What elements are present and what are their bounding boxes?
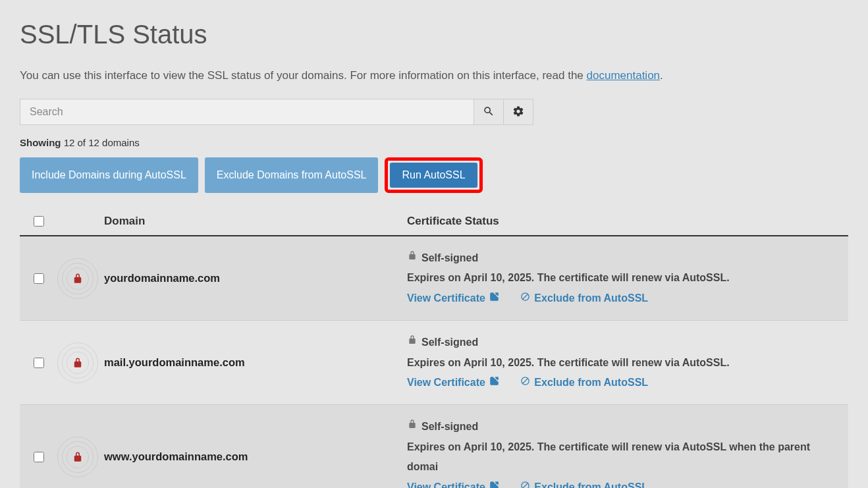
prohibit-icon bbox=[520, 477, 530, 488]
include-domains-button[interactable]: Include Domains during AutoSSL bbox=[20, 157, 198, 193]
run-autossl-button[interactable]: Run AutoSSL bbox=[390, 163, 477, 188]
domain-name: mail.yourdomainname.com bbox=[104, 356, 245, 368]
cert-status-detail: Expires on April 10, 2025. The certifica… bbox=[407, 437, 843, 477]
exclude-from-autossl-link[interactable]: Exclude from AutoSSL bbox=[520, 288, 648, 308]
table-header: Domain Certificate Status bbox=[20, 207, 848, 236]
documentation-link[interactable]: documentation bbox=[587, 69, 661, 82]
column-header-status: Certificate Status bbox=[407, 215, 843, 228]
cert-status-detail: Expires on April 10, 2025. The certifica… bbox=[407, 353, 843, 373]
domain-table: Domain Certificate Status yourdomainname… bbox=[20, 207, 848, 488]
showing-strong: Showing bbox=[20, 137, 61, 148]
showing-label: Showing 12 of 12 domains bbox=[20, 137, 848, 148]
table-row: mail.yourdomainname.com Self-signed Expi… bbox=[20, 321, 848, 405]
lock-icon bbox=[407, 333, 418, 352]
view-certificate-link[interactable]: View Certificate bbox=[407, 288, 499, 308]
exclude-from-autossl-link[interactable]: Exclude from AutoSSL bbox=[520, 477, 648, 488]
prohibit-icon bbox=[520, 288, 530, 308]
table-row: www.yourdomainname.com Self-signed Expir… bbox=[20, 405, 848, 488]
prohibit-icon bbox=[520, 373, 530, 393]
exclude-domains-button[interactable]: Exclude Domains from AutoSSL bbox=[205, 157, 379, 193]
cert-status-title: Self-signed bbox=[421, 248, 478, 268]
page-title: SSL/TLS Status bbox=[20, 20, 848, 49]
table-row: yourdomainname.com Self-signed Expires o… bbox=[20, 236, 848, 321]
gear-icon bbox=[512, 105, 524, 119]
action-buttons: Include Domains during AutoSSL Exclude D… bbox=[20, 157, 848, 193]
run-autossl-highlight: Run AutoSSL bbox=[385, 157, 482, 193]
description-prefix: You can use this interface to view the S… bbox=[20, 69, 587, 82]
lock-status-icon bbox=[57, 258, 99, 300]
select-all-checkbox[interactable] bbox=[34, 216, 44, 227]
search-input[interactable] bbox=[20, 99, 474, 125]
row-checkbox[interactable] bbox=[34, 452, 44, 462]
cert-status-title: Self-signed bbox=[421, 333, 478, 352]
row-checkbox[interactable] bbox=[34, 273, 44, 284]
lock-status-icon bbox=[57, 342, 99, 384]
settings-button[interactable] bbox=[503, 99, 533, 125]
description-suffix: . bbox=[660, 69, 663, 82]
lock-status-icon bbox=[57, 436, 99, 478]
cert-status-detail: Expires on April 10, 2025. The certifica… bbox=[407, 268, 843, 288]
view-certificate-link[interactable]: View Certificate bbox=[407, 477, 499, 488]
domain-name: yourdomainname.com bbox=[104, 272, 220, 284]
view-certificate-link[interactable]: View Certificate bbox=[407, 373, 499, 393]
showing-count: 12 of 12 domains bbox=[61, 137, 140, 148]
external-link-icon bbox=[489, 477, 499, 488]
column-header-domain: Domain bbox=[104, 215, 407, 228]
lock-icon bbox=[407, 248, 418, 268]
cert-status-title: Self-signed bbox=[421, 417, 478, 437]
external-link-icon bbox=[489, 373, 499, 393]
search-bar bbox=[20, 99, 533, 125]
exclude-from-autossl-link[interactable]: Exclude from AutoSSL bbox=[520, 373, 648, 393]
row-checkbox[interactable] bbox=[34, 358, 44, 368]
domain-name: www.yourdomainname.com bbox=[104, 450, 248, 462]
external-link-icon bbox=[489, 288, 499, 308]
search-button[interactable] bbox=[474, 99, 504, 125]
lock-icon bbox=[407, 417, 418, 437]
search-icon bbox=[483, 105, 495, 119]
page-description: You can use this interface to view the S… bbox=[20, 69, 848, 82]
